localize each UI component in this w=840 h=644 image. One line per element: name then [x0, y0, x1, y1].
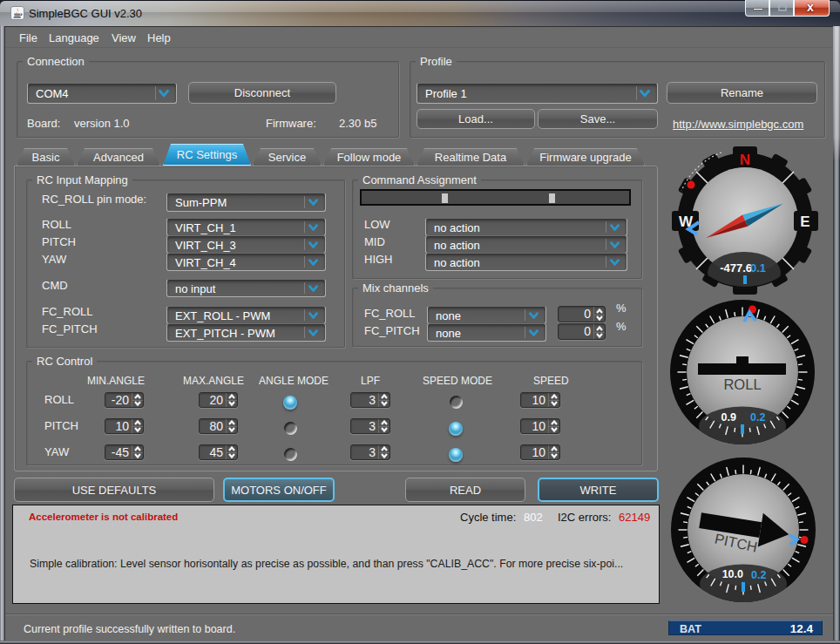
- svg-text:0.9: 0.9: [721, 411, 736, 424]
- svg-text:ROLL: ROLL: [723, 376, 761, 392]
- svg-text:E: E: [800, 214, 810, 230]
- svg-text:0.2: 0.2: [750, 411, 765, 424]
- svg-text:-477.6: -477.6: [720, 261, 752, 275]
- svg-text:10.0: 10.0: [722, 568, 743, 580]
- svg-text:0.2: 0.2: [751, 569, 766, 581]
- svg-text:N: N: [740, 152, 750, 168]
- svg-text:0.1: 0.1: [750, 261, 766, 275]
